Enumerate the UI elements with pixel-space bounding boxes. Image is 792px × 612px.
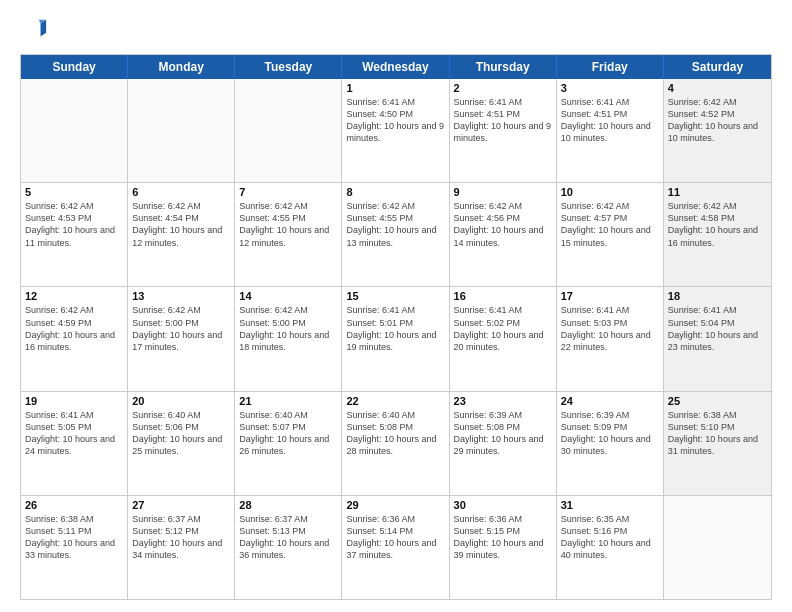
- day-cell: 14Sunrise: 6:42 AM Sunset: 5:00 PM Dayli…: [235, 287, 342, 390]
- day-cell: 28Sunrise: 6:37 AM Sunset: 5:13 PM Dayli…: [235, 496, 342, 599]
- day-number: 20: [132, 395, 230, 407]
- day-cell: 12Sunrise: 6:42 AM Sunset: 4:59 PM Dayli…: [21, 287, 128, 390]
- day-number: 15: [346, 290, 444, 302]
- day-number: 14: [239, 290, 337, 302]
- day-number: 3: [561, 82, 659, 94]
- day-cell: 22Sunrise: 6:40 AM Sunset: 5:08 PM Dayli…: [342, 392, 449, 495]
- day-number: 26: [25, 499, 123, 511]
- day-cell: 8Sunrise: 6:42 AM Sunset: 4:55 PM Daylig…: [342, 183, 449, 286]
- day-number: 25: [668, 395, 767, 407]
- day-cell: 10Sunrise: 6:42 AM Sunset: 4:57 PM Dayli…: [557, 183, 664, 286]
- day-number: 19: [25, 395, 123, 407]
- day-cell: 6Sunrise: 6:42 AM Sunset: 4:54 PM Daylig…: [128, 183, 235, 286]
- weekday-header-monday: Monday: [128, 55, 235, 79]
- day-info: Sunrise: 6:42 AM Sunset: 4:55 PM Dayligh…: [346, 200, 444, 249]
- day-cell: 2Sunrise: 6:41 AM Sunset: 4:51 PM Daylig…: [450, 79, 557, 182]
- day-cell: 19Sunrise: 6:41 AM Sunset: 5:05 PM Dayli…: [21, 392, 128, 495]
- day-info: Sunrise: 6:42 AM Sunset: 4:56 PM Dayligh…: [454, 200, 552, 249]
- week-row-4: 19Sunrise: 6:41 AM Sunset: 5:05 PM Dayli…: [21, 392, 771, 496]
- day-number: 22: [346, 395, 444, 407]
- day-info: Sunrise: 6:41 AM Sunset: 5:01 PM Dayligh…: [346, 304, 444, 353]
- day-cell: 5Sunrise: 6:42 AM Sunset: 4:53 PM Daylig…: [21, 183, 128, 286]
- day-number: 1: [346, 82, 444, 94]
- day-number: 9: [454, 186, 552, 198]
- day-number: 16: [454, 290, 552, 302]
- day-number: 6: [132, 186, 230, 198]
- day-info: Sunrise: 6:40 AM Sunset: 5:07 PM Dayligh…: [239, 409, 337, 458]
- day-cell: [21, 79, 128, 182]
- day-info: Sunrise: 6:42 AM Sunset: 5:00 PM Dayligh…: [132, 304, 230, 353]
- logo: [20, 16, 52, 44]
- day-cell: 1Sunrise: 6:41 AM Sunset: 4:50 PM Daylig…: [342, 79, 449, 182]
- day-info: Sunrise: 6:38 AM Sunset: 5:11 PM Dayligh…: [25, 513, 123, 562]
- day-number: 4: [668, 82, 767, 94]
- day-info: Sunrise: 6:39 AM Sunset: 5:09 PM Dayligh…: [561, 409, 659, 458]
- day-cell: 29Sunrise: 6:36 AM Sunset: 5:14 PM Dayli…: [342, 496, 449, 599]
- day-number: 18: [668, 290, 767, 302]
- logo-icon: [20, 16, 48, 44]
- day-info: Sunrise: 6:39 AM Sunset: 5:08 PM Dayligh…: [454, 409, 552, 458]
- week-row-3: 12Sunrise: 6:42 AM Sunset: 4:59 PM Dayli…: [21, 287, 771, 391]
- day-info: Sunrise: 6:42 AM Sunset: 5:00 PM Dayligh…: [239, 304, 337, 353]
- day-number: 13: [132, 290, 230, 302]
- day-info: Sunrise: 6:35 AM Sunset: 5:16 PM Dayligh…: [561, 513, 659, 562]
- weekday-header-wednesday: Wednesday: [342, 55, 449, 79]
- weekday-header-thursday: Thursday: [450, 55, 557, 79]
- day-info: Sunrise: 6:41 AM Sunset: 5:03 PM Dayligh…: [561, 304, 659, 353]
- day-info: Sunrise: 6:37 AM Sunset: 5:12 PM Dayligh…: [132, 513, 230, 562]
- day-cell: 26Sunrise: 6:38 AM Sunset: 5:11 PM Dayli…: [21, 496, 128, 599]
- day-number: 11: [668, 186, 767, 198]
- weekday-header-sunday: Sunday: [21, 55, 128, 79]
- day-cell: 20Sunrise: 6:40 AM Sunset: 5:06 PM Dayli…: [128, 392, 235, 495]
- weekday-header-tuesday: Tuesday: [235, 55, 342, 79]
- day-info: Sunrise: 6:41 AM Sunset: 4:51 PM Dayligh…: [561, 96, 659, 145]
- day-number: 28: [239, 499, 337, 511]
- calendar: SundayMondayTuesdayWednesdayThursdayFrid…: [20, 54, 772, 600]
- weekday-header-saturday: Saturday: [664, 55, 771, 79]
- weekday-header-friday: Friday: [557, 55, 664, 79]
- day-cell: [235, 79, 342, 182]
- day-cell: 30Sunrise: 6:36 AM Sunset: 5:15 PM Dayli…: [450, 496, 557, 599]
- day-info: Sunrise: 6:36 AM Sunset: 5:15 PM Dayligh…: [454, 513, 552, 562]
- day-cell: 21Sunrise: 6:40 AM Sunset: 5:07 PM Dayli…: [235, 392, 342, 495]
- day-info: Sunrise: 6:42 AM Sunset: 4:59 PM Dayligh…: [25, 304, 123, 353]
- day-number: 10: [561, 186, 659, 198]
- day-info: Sunrise: 6:41 AM Sunset: 4:51 PM Dayligh…: [454, 96, 552, 145]
- day-cell: [664, 496, 771, 599]
- day-number: 21: [239, 395, 337, 407]
- day-info: Sunrise: 6:42 AM Sunset: 4:52 PM Dayligh…: [668, 96, 767, 145]
- day-cell: 9Sunrise: 6:42 AM Sunset: 4:56 PM Daylig…: [450, 183, 557, 286]
- page: SundayMondayTuesdayWednesdayThursdayFrid…: [0, 0, 792, 612]
- day-cell: 7Sunrise: 6:42 AM Sunset: 4:55 PM Daylig…: [235, 183, 342, 286]
- day-number: 17: [561, 290, 659, 302]
- day-info: Sunrise: 6:38 AM Sunset: 5:10 PM Dayligh…: [668, 409, 767, 458]
- day-number: 23: [454, 395, 552, 407]
- day-number: 31: [561, 499, 659, 511]
- day-info: Sunrise: 6:42 AM Sunset: 4:57 PM Dayligh…: [561, 200, 659, 249]
- calendar-header: SundayMondayTuesdayWednesdayThursdayFrid…: [21, 55, 771, 79]
- day-info: Sunrise: 6:42 AM Sunset: 4:53 PM Dayligh…: [25, 200, 123, 249]
- day-info: Sunrise: 6:41 AM Sunset: 5:02 PM Dayligh…: [454, 304, 552, 353]
- day-info: Sunrise: 6:37 AM Sunset: 5:13 PM Dayligh…: [239, 513, 337, 562]
- day-cell: 27Sunrise: 6:37 AM Sunset: 5:12 PM Dayli…: [128, 496, 235, 599]
- day-info: Sunrise: 6:42 AM Sunset: 4:55 PM Dayligh…: [239, 200, 337, 249]
- day-cell: 18Sunrise: 6:41 AM Sunset: 5:04 PM Dayli…: [664, 287, 771, 390]
- day-cell: 4Sunrise: 6:42 AM Sunset: 4:52 PM Daylig…: [664, 79, 771, 182]
- day-number: 30: [454, 499, 552, 511]
- day-cell: 11Sunrise: 6:42 AM Sunset: 4:58 PM Dayli…: [664, 183, 771, 286]
- day-number: 2: [454, 82, 552, 94]
- day-cell: 25Sunrise: 6:38 AM Sunset: 5:10 PM Dayli…: [664, 392, 771, 495]
- week-row-5: 26Sunrise: 6:38 AM Sunset: 5:11 PM Dayli…: [21, 496, 771, 599]
- day-cell: 15Sunrise: 6:41 AM Sunset: 5:01 PM Dayli…: [342, 287, 449, 390]
- day-number: 24: [561, 395, 659, 407]
- week-row-1: 1Sunrise: 6:41 AM Sunset: 4:50 PM Daylig…: [21, 79, 771, 183]
- day-number: 27: [132, 499, 230, 511]
- day-cell: 17Sunrise: 6:41 AM Sunset: 5:03 PM Dayli…: [557, 287, 664, 390]
- day-info: Sunrise: 6:40 AM Sunset: 5:08 PM Dayligh…: [346, 409, 444, 458]
- day-number: 12: [25, 290, 123, 302]
- calendar-body: 1Sunrise: 6:41 AM Sunset: 4:50 PM Daylig…: [21, 79, 771, 599]
- week-row-2: 5Sunrise: 6:42 AM Sunset: 4:53 PM Daylig…: [21, 183, 771, 287]
- day-info: Sunrise: 6:40 AM Sunset: 5:06 PM Dayligh…: [132, 409, 230, 458]
- day-cell: 13Sunrise: 6:42 AM Sunset: 5:00 PM Dayli…: [128, 287, 235, 390]
- day-cell: 3Sunrise: 6:41 AM Sunset: 4:51 PM Daylig…: [557, 79, 664, 182]
